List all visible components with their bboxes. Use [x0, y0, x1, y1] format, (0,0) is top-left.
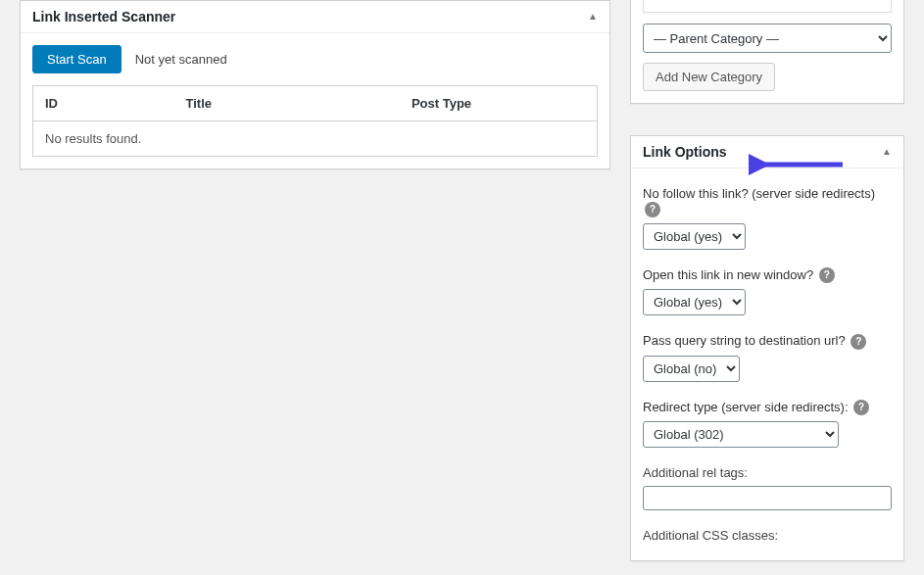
help-icon[interactable]: ? — [645, 202, 660, 217]
scanner-metabox-header[interactable]: Link Inserted Scanner ▲ — [21, 1, 609, 33]
nofollow-select[interactable]: Global (yes) — [643, 223, 746, 250]
link-options-metabox: Link Options ▲ No follow this link? (ser… — [630, 135, 904, 561]
parent-category-select[interactable]: — Parent Category — — [643, 24, 892, 53]
table-row: No results found. — [33, 121, 598, 157]
redirect-label: Redirect type (server side redirects): — [643, 400, 849, 414]
rel-tags-input[interactable] — [643, 486, 892, 510]
link-options-header[interactable]: Link Options ▲ — [631, 136, 903, 168]
query-label: Pass query string to destination url? — [643, 333, 846, 348]
col-post-type: Post Type — [400, 86, 598, 121]
col-title: Title — [174, 86, 400, 121]
help-icon[interactable]: ? — [819, 267, 835, 283]
query-select[interactable]: Global (no) — [643, 356, 740, 382]
empty-row: No results found. — [33, 121, 598, 157]
col-id: ID — [33, 86, 174, 121]
help-icon[interactable]: ? — [853, 400, 869, 415]
add-new-category-button[interactable]: Add New Category — [643, 63, 775, 91]
newwindow-select[interactable]: Global (yes) — [643, 289, 746, 315]
help-icon[interactable]: ? — [851, 334, 866, 350]
scan-status: Not yet scanned — [135, 52, 227, 67]
input-cutoff-edge — [643, 0, 892, 13]
css-classes-label: Additional CSS classes: — [643, 528, 892, 543]
scanner-title: Link Inserted Scanner — [32, 9, 175, 24]
link-inserted-scanner-metabox: Link Inserted Scanner ▲ Start Scan Not y… — [20, 0, 610, 169]
collapse-icon: ▲ — [588, 12, 598, 22]
newwindow-label: Open this link in new window? — [643, 267, 813, 282]
nofollow-label: No follow this link? (server side redire… — [643, 186, 875, 201]
rel-tags-label: Additional rel tags: — [643, 465, 892, 480]
scan-results-table: ID Title Post Type No results found. — [32, 85, 598, 157]
start-scan-button[interactable]: Start Scan — [32, 45, 122, 73]
collapse-icon: ▲ — [882, 147, 892, 157]
table-header-row: ID Title Post Type — [33, 86, 598, 121]
link-options-title: Link Options — [643, 144, 727, 160]
redirect-select[interactable]: Global (302) — [643, 421, 839, 448]
categories-metabox-partial: — Parent Category — Add New Category — [630, 0, 904, 104]
